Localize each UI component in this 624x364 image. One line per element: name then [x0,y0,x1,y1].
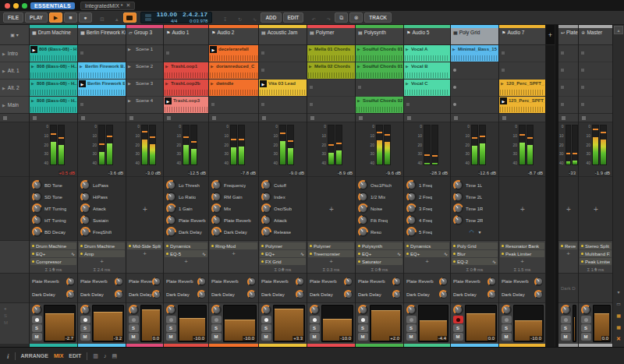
pan-knob[interactable] [261,305,271,315]
send-knob[interactable] [489,292,495,298]
volume-fader[interactable]: +2.0 [370,305,402,342]
device-enabled-icon[interactable] [166,245,168,247]
macro-knob[interactable] [408,217,415,224]
device-enabled-icon[interactable] [261,245,264,247]
macro-knob[interactable] [455,193,462,200]
device-enabled-icon[interactable] [310,253,312,255]
position-value[interactable]: 2.4.2.17 [183,12,207,19]
macro-knob-row[interactable]: FreqShift [80,227,124,237]
info-icon[interactable]: i [7,352,9,360]
close-window-icon[interactable] [5,3,10,9]
clip-launch-icon[interactable]: ▶ [406,47,409,51]
device-enabled-icon[interactable] [80,245,83,247]
macro-knob[interactable] [360,193,367,200]
device-enabled-icon[interactable] [358,260,360,263]
macro-knob[interactable] [408,182,415,189]
macro-knob[interactable] [360,182,367,189]
notes-icon[interactable]: ▭ [616,301,621,306]
edit-view-button[interactable]: EDIT [69,353,81,359]
solo-button[interactable]: S [581,324,591,332]
record-arm-button[interactable] [80,316,90,323]
pan-knob[interactable] [310,305,320,315]
device-item[interactable]: Ring-Mod [210,242,257,249]
clip-slot-empty[interactable] [404,97,450,113]
clip-launch-icon[interactable]: ▶ [211,64,214,69]
device-enabled-icon[interactable] [453,253,456,255]
add-device-button[interactable]: + [165,258,207,265]
send-row[interactable]: Plate Reverb [502,277,543,287]
macro-knob[interactable] [213,182,220,189]
macro-knob-row[interactable]: Plate Reverb [211,215,257,225]
play-menu-button[interactable]: PLAY [25,12,48,23]
macro-knob-row[interactable]: Frequency [211,180,257,190]
macro-knob-row[interactable]: Lo Thresh [166,180,207,190]
scroll-up-icon[interactable]: ▲ [614,26,623,34]
pan-knob[interactable] [80,305,90,315]
device-enabled-icon[interactable] [32,245,34,247]
pan-knob[interactable] [581,305,591,315]
send-knob[interactable] [154,278,160,284]
minimize-window-icon[interactable] [13,3,19,9]
volume-fader[interactable]: -10.0 [513,305,544,342]
stop-clips-button[interactable] [579,114,612,122]
track-strip-berlin-firework-kit[interactable]: ▦ Berlin Firework Kit ▶ Berlin Firework … [78,25,126,347]
add-button[interactable]: ADD [261,12,281,23]
stop-clips-button[interactable] [30,114,77,122]
stop-clips-button[interactable] [126,114,163,122]
clip-playing-icon[interactable]: ▶ [165,97,172,104]
track-strip-poly-grid[interactable]: ▦ Poly Grid ▶ Minimal_Bass_15 A 01020304… [451,25,499,347]
io-panel-icon[interactable]: ♪ [104,353,107,359]
clip-slot-empty[interactable] [78,97,126,113]
macro-knob[interactable] [360,205,367,212]
clip-launch-icon[interactable]: ▶ [31,98,34,103]
clip-launch-icon[interactable]: ▶ [80,64,83,69]
scene-launch-button[interactable]: ▶ Intro [0,45,29,62]
macro-knob-row[interactable]: RM Gain [211,192,257,202]
send-row[interactable]: Dark Delay [561,283,576,293]
clip-slot[interactable]: ▶ 808 (Bass-08) - H... [30,80,77,96]
device-item[interactable]: EQ+ ∿ [260,250,306,257]
clip-slot-empty[interactable] [558,97,578,113]
clip-slot-empty[interactable] [78,45,126,62]
macro-knob[interactable] [360,228,367,235]
clip-slot[interactable]: ▶ Berlin Firework B... [78,62,126,79]
send-row[interactable]: Plate Reverb [261,277,304,287]
macro-knob-row[interactable]: SD Tone [32,192,76,202]
scene-launch-button[interactable]: ▶ Main [0,97,29,113]
macro-knob-row[interactable]: Osc1Pitch [358,180,402,190]
device-enabled-icon[interactable] [211,245,214,247]
stop-button[interactable]: ■ [64,12,77,23]
clip-slot-empty[interactable] [307,97,355,113]
macro-knob-row[interactable]: LoPass [80,180,124,190]
send-knob[interactable] [249,292,255,298]
clip-slot-empty[interactable] [499,45,545,62]
stop-clips-button[interactable] [404,114,450,122]
clip-slot[interactable]: ▶ Scene 2 [126,62,163,79]
device-enabled-icon[interactable] [358,245,360,247]
send-row[interactable]: Plate Reverb [32,277,75,287]
mute-button[interactable]: M [166,333,176,341]
record-arm-button[interactable] [581,316,591,323]
project-tab[interactable]: IntegratedMIX * ✕ [80,2,136,10]
macro-knob-row[interactable]: 1/2 Mix [358,192,402,202]
zoom-window-icon[interactable] [22,3,27,9]
macro-knob[interactable] [455,205,462,212]
track-strip-audio-5[interactable]: ⚑ Audio 5 ▶ Vocal A ▶ Vocal B ▶ Vocal C … [404,25,451,347]
macro-knob[interactable] [168,193,175,200]
send-knob[interactable] [441,278,447,284]
device-item[interactable]: FX Grid [260,258,306,265]
macro-knob-row[interactable]: Time 2L [453,192,497,202]
stop-clips-button[interactable] [356,114,403,122]
macro-knob-row[interactable]: 1 Gain [166,203,207,214]
macro-knob-row[interactable]: Mix [211,203,257,214]
clip-launch-icon[interactable]: ▶ [309,64,312,69]
clip-slot[interactable]: ▶ 808 (Bass-08) - H... [30,97,77,113]
device-item[interactable]: EQ-5 ∿ [165,250,207,257]
macro-knob-row[interactable]: Plate Reverb [166,215,207,225]
clip-launch-icon[interactable]: ▶ [31,64,34,69]
mute-button[interactable]: M [358,333,368,341]
clip-slot-empty[interactable] [558,62,578,79]
file-menu-button[interactable]: FILE [3,12,23,23]
mute-button[interactable]: M [310,333,320,341]
device-enabled-icon[interactable] [261,253,264,255]
